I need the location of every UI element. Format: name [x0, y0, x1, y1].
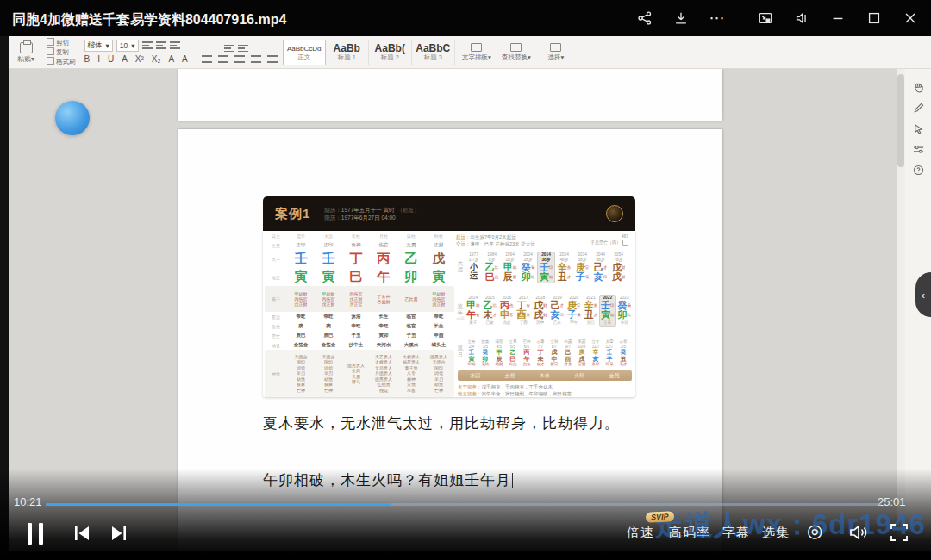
total-time: 25:01 — [878, 495, 906, 508]
fullscreen-icon[interactable] — [890, 523, 909, 542]
volume-icon[interactable] — [848, 523, 869, 542]
current-time: 10:21 — [14, 495, 42, 508]
video-player[interactable]: 粘贴▾ 剪切 复制 格式刷 楷体▾ 10▾ BIUAX²X₂AA — [0, 0, 931, 560]
player-controls: 10:21 25:01 倍速 SVIP 高码率 字幕 选集 ◎ — [0, 0, 931, 560]
pause-button[interactable] — [28, 523, 43, 545]
episodes-button[interactable]: 选集 — [762, 525, 790, 541]
record-icon[interactable]: ◎ — [807, 520, 822, 541]
svip-badge: SVIP — [646, 511, 674, 523]
progress-played — [46, 503, 391, 506]
progress-bar[interactable] — [46, 503, 881, 506]
next-button[interactable] — [109, 525, 128, 542]
previous-button[interactable] — [72, 525, 91, 542]
speed-button[interactable]: 倍速 — [627, 525, 654, 541]
subtitles-button[interactable]: 字幕 — [722, 525, 750, 541]
bitrate-button[interactable]: 高码率 — [669, 525, 710, 541]
